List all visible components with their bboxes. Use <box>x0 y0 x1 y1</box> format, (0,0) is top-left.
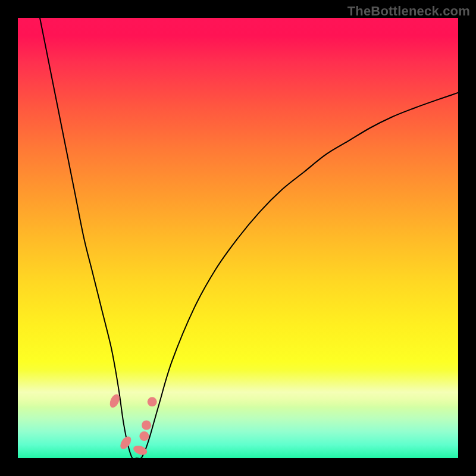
watermark-label: TheBottleneck.com <box>347 4 470 19</box>
data-marker <box>142 421 151 430</box>
curve-layer <box>18 18 458 458</box>
chart-frame: TheBottleneck.com <box>0 0 476 476</box>
bottleneck-curve <box>40 18 458 458</box>
data-marker <box>139 431 149 441</box>
data-marker <box>132 444 148 456</box>
markers-group <box>108 393 156 456</box>
plot-area <box>18 18 458 458</box>
data-marker <box>148 397 157 406</box>
